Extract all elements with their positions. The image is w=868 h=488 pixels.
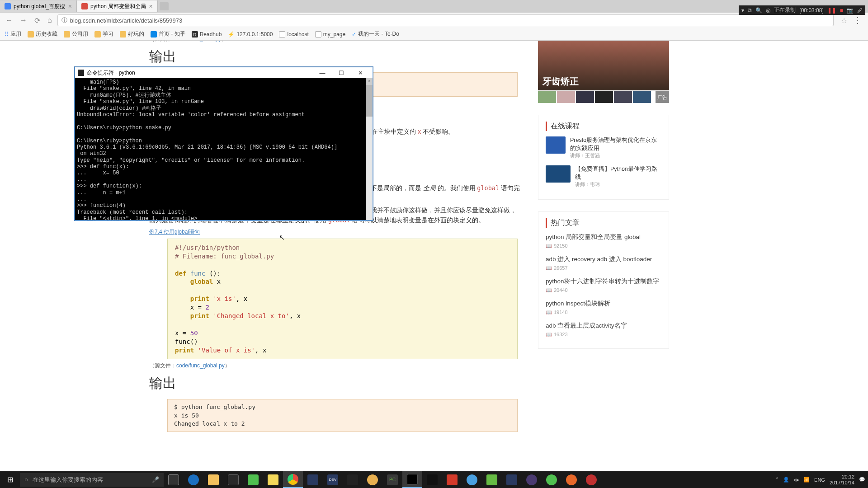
- browser-menu-icon[interactable]: ⋮: [851, 15, 864, 25]
- tray-people-icon[interactable]: 👤: [783, 477, 789, 483]
- source-link-bottom[interactable]: code/func_global.py: [176, 362, 225, 369]
- tray-network-icon[interactable]: 🕪: [794, 477, 799, 483]
- course-item[interactable]: Presto服务治理与架构优化在京东的实践应用 讲师：王哲涵: [546, 136, 661, 159]
- bm-local1[interactable]: ⚡127.0.0.1:5000: [228, 31, 273, 38]
- hot-link[interactable]: python 局部变量和全局变量 global: [546, 233, 661, 241]
- tab-close-icon[interactable]: ×: [68, 3, 72, 10]
- home-button[interactable]: ⌂: [46, 16, 54, 24]
- ad-thumb[interactable]: [538, 91, 556, 103]
- tb-explorer[interactable]: [203, 471, 223, 488]
- ad-thumb[interactable]: [557, 91, 575, 103]
- bm-mypage[interactable]: my_page: [315, 31, 345, 38]
- rec-copy-icon[interactable]: ⧉: [748, 7, 752, 14]
- bookmark-star-icon[interactable]: ☆: [841, 16, 847, 25]
- apps-button[interactable]: ⠿ 应用: [5, 30, 21, 38]
- back-button[interactable]: ←: [4, 16, 14, 24]
- start-button[interactable]: ⊞: [0, 471, 20, 488]
- tb-store[interactable]: [223, 471, 243, 488]
- tray-wifi-icon[interactable]: 📶: [803, 477, 810, 483]
- rec-stop-icon[interactable]: ■: [840, 7, 843, 14]
- hot-item: python inspect模块解析 📖19148: [546, 300, 661, 315]
- cmd-titlebar[interactable]: 命令提示符 - python — ☐ ✕: [75, 67, 373, 78]
- tb-pycharm[interactable]: PC: [382, 471, 402, 488]
- hot-item: python 局部变量和全局变量 global 📖92150: [546, 233, 661, 249]
- bm-todo[interactable]: ✓ 我的一天 - To-Do: [352, 30, 399, 38]
- source-file-bottom: （源文件：code/func_global.py）: [149, 362, 520, 370]
- tray-ime[interactable]: ENG: [814, 477, 825, 483]
- tray-notifications-icon[interactable]: 💬: [859, 477, 865, 483]
- ad-thumb[interactable]: [576, 91, 594, 103]
- cmd-minimize-button[interactable]: —: [313, 70, 332, 76]
- cmd-close-button[interactable]: ✕: [351, 70, 370, 76]
- ad-thumb[interactable]: [614, 91, 632, 103]
- taskbar: ⊞ ○ 在这里输入你要搜索的内容 🎤 DEV PC ˄ 👤 🕪 📶 ENG: [0, 471, 868, 488]
- hot-link[interactable]: python将十六进制字符串转为十进制数字: [546, 277, 661, 286]
- tb-wechat[interactable]: [243, 471, 263, 488]
- course-title: Presto服务治理与架构优化在京东的实践应用: [570, 136, 661, 152]
- rec-search-icon[interactable]: 🔍: [755, 7, 762, 14]
- hot-link[interactable]: adb 进入 recovery adb 进入 bootloader: [546, 255, 661, 263]
- tb-terminal[interactable]: [422, 471, 442, 488]
- tray-up-icon[interactable]: ˄: [776, 477, 778, 483]
- ad-banner[interactable]: 牙齿矫正: [538, 41, 669, 90]
- tab-close-icon[interactable]: ×: [149, 3, 152, 10]
- example-link[interactable]: 例7.4 使用global语句: [149, 229, 200, 235]
- heading-output-1: 输出: [149, 47, 520, 66]
- bm-zhihu[interactable]: 首页 - 知乎: [151, 30, 185, 38]
- tb-eclipse[interactable]: [522, 471, 542, 488]
- cmd-window[interactable]: 命令提示符 - python — ☐ ✕ main(FPS) File "sna…: [75, 67, 373, 221]
- tb-slack[interactable]: [343, 471, 363, 488]
- cmd-body[interactable]: main(FPS) File "snake.py", line 42, in m…: [75, 78, 373, 220]
- screen-recorder-overlay[interactable]: ▾ ⧉ 🔍 ◎ 正在录制 [00:03:08] ❚❚ ■ 📷 🖊: [739, 5, 865, 15]
- cmd-title-text: 命令提示符 - python: [87, 69, 135, 77]
- tb-rec[interactable]: [581, 471, 601, 488]
- tb-chrome[interactable]: [283, 471, 303, 488]
- bm-folder-0[interactable]: 历史收藏: [28, 30, 57, 38]
- tb-notes[interactable]: [263, 471, 283, 488]
- tb-cmd[interactable]: [402, 471, 422, 488]
- ad-thumb[interactable]: [595, 91, 613, 103]
- forward-button[interactable]: →: [18, 16, 29, 24]
- tb-app1[interactable]: [303, 471, 323, 488]
- rec-brush-icon[interactable]: 🖊: [857, 7, 863, 14]
- course-item[interactable]: 【免费直播】Python最佳学习路线 讲师：韦玮: [546, 165, 661, 188]
- cmd-scrollbar[interactable]: ▴: [366, 78, 373, 220]
- tb-app5[interactable]: [561, 471, 581, 488]
- rec-dropdown-icon[interactable]: ▾: [741, 7, 744, 14]
- bm-folder-3[interactable]: 好玩的: [120, 30, 144, 38]
- taskbar-search[interactable]: ○ 在这里输入你要搜索的内容 🎤: [20, 473, 164, 487]
- tab-1[interactable]: python 局部变量和全局 ×: [77, 0, 158, 12]
- ad-thumb[interactable]: [633, 91, 651, 103]
- tb-edge[interactable]: [184, 471, 203, 488]
- bm-readhub[interactable]: RReadhub: [192, 31, 222, 38]
- tb-vscode[interactable]: [502, 471, 522, 488]
- book-icon: 📖: [546, 332, 552, 338]
- tb-app4[interactable]: [482, 471, 502, 488]
- hot-title: 热门文章: [546, 218, 661, 228]
- hot-link[interactable]: adb 查看最上层成activity名字: [546, 322, 661, 330]
- cmd-maximize-button[interactable]: ☐: [332, 70, 351, 76]
- mic-icon[interactable]: 🎤: [152, 476, 159, 483]
- tb-app2[interactable]: [363, 471, 382, 488]
- bm-localhost[interactable]: localhost: [279, 31, 308, 38]
- tray-clock[interactable]: 20:12 2017/10/14: [830, 474, 854, 485]
- hot-link[interactable]: python inspect模块解析: [546, 300, 661, 308]
- tb-taskview[interactable]: [164, 471, 184, 488]
- rec-camera-icon[interactable]: 📷: [847, 7, 854, 14]
- tab-0[interactable]: python global_百度搜 ×: [0, 0, 77, 12]
- book-icon: 📖: [546, 310, 552, 315]
- tb-app3[interactable]: [462, 471, 482, 488]
- source-file-top: （源文件：code/func_local.py）: [149, 41, 520, 43]
- rec-target-icon[interactable]: ◎: [766, 7, 770, 14]
- tb-play[interactable]: [542, 471, 561, 488]
- source-link-top[interactable]: code/func_local.py: [176, 41, 221, 42]
- info-icon[interactable]: ⓘ: [61, 16, 67, 24]
- rec-pause-icon[interactable]: ❚❚: [827, 7, 836, 14]
- bm-folder-2[interactable]: 学习: [94, 30, 113, 38]
- new-tab-button[interactable]: [160, 2, 169, 10]
- reload-button[interactable]: ⟳: [33, 16, 42, 25]
- bm-folder-1[interactable]: 公司用: [64, 30, 88, 38]
- url-bar[interactable]: ⓘ blog.csdn.net/mldxs/article/details/85…: [57, 14, 834, 26]
- tb-dev[interactable]: DEV: [323, 471, 343, 488]
- tb-youdao[interactable]: [442, 471, 462, 488]
